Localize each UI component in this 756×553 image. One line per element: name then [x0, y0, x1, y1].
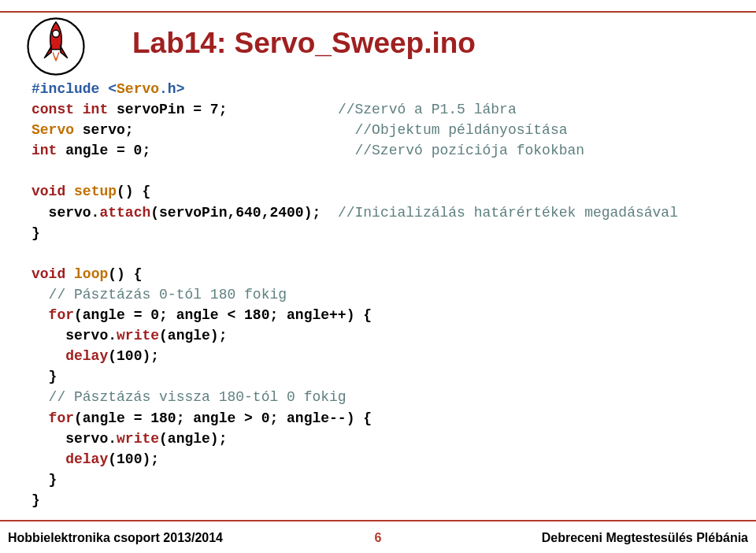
code-token: (angle);: [159, 328, 227, 343]
code-token: attach: [99, 205, 150, 221]
code-token: const int: [32, 102, 108, 117]
code-token: int: [32, 143, 57, 158]
slide-title: Lab14: Servo_Sweep.ino: [132, 27, 476, 60]
code-token: write: [117, 431, 159, 447]
code-token: angle = 0;: [57, 143, 354, 158]
code-token: [32, 451, 65, 467]
code-token: (angle = 180; angle > 0; angle--) {: [74, 410, 372, 426]
code-token: delay: [65, 348, 108, 364]
code-token: void: [32, 266, 65, 282]
code-token: write: [117, 328, 159, 343]
footer-right-text: Debreceni Megtestesülés Plébánia: [542, 531, 748, 545]
code-token: () {: [108, 266, 142, 282]
code-token: }: [32, 492, 40, 508]
code-token: (100);: [108, 348, 159, 364]
code-token: .h>: [159, 81, 184, 97]
code-block: #include <Servo.h> const int servoPin = …: [32, 79, 724, 510]
footer-divider: [0, 520, 756, 521]
code-token: for: [32, 307, 74, 323]
code-token: for: [32, 410, 74, 426]
code-token: [65, 266, 74, 282]
code-token: }: [32, 225, 40, 241]
code-token: loop: [74, 266, 108, 282]
rocket-logo-icon: [27, 17, 85, 76]
code-token: Servo: [117, 81, 159, 97]
code-token: (100);: [108, 451, 159, 467]
code-token: servo.: [32, 431, 117, 447]
code-token: servo.: [32, 205, 99, 221]
footer: Hobbielektronika csoport 2013/2014 6 Deb…: [0, 520, 756, 553]
code-token: (servoPin,640,2400);: [150, 205, 338, 221]
code-token: Servo: [32, 122, 74, 138]
code-token: () {: [117, 184, 150, 199]
code-token: #include <: [32, 81, 117, 97]
code-token: }: [32, 369, 57, 384]
code-comment: // Pásztázás vissza 180-tól 0 fokig: [32, 389, 346, 405]
code-token: (angle = 0; angle < 180; angle++) {: [74, 307, 372, 323]
code-token: servoPin = 7;: [108, 102, 338, 117]
code-token: delay: [65, 451, 108, 467]
code-comment: //Inicializálás határértékek megadásával: [338, 205, 678, 221]
code-comment: // Pásztázás 0-tól 180 fokig: [32, 287, 287, 302]
code-comment: //Szervó pozíciója fokokban: [354, 143, 584, 158]
svg-point-1: [53, 30, 60, 37]
code-token: void: [32, 184, 65, 199]
code-token: servo;: [74, 122, 354, 138]
code-comment: //Objektum példányosítása: [354, 122, 567, 138]
top-divider: [0, 11, 756, 13]
code-token: }: [32, 472, 57, 488]
code-token: setup: [74, 184, 117, 199]
code-token: [65, 184, 74, 199]
code-comment: //Szervó a P1.5 lábra: [338, 102, 517, 117]
code-token: [32, 348, 65, 364]
code-token: (angle);: [159, 431, 227, 447]
code-token: servo.: [32, 328, 117, 343]
